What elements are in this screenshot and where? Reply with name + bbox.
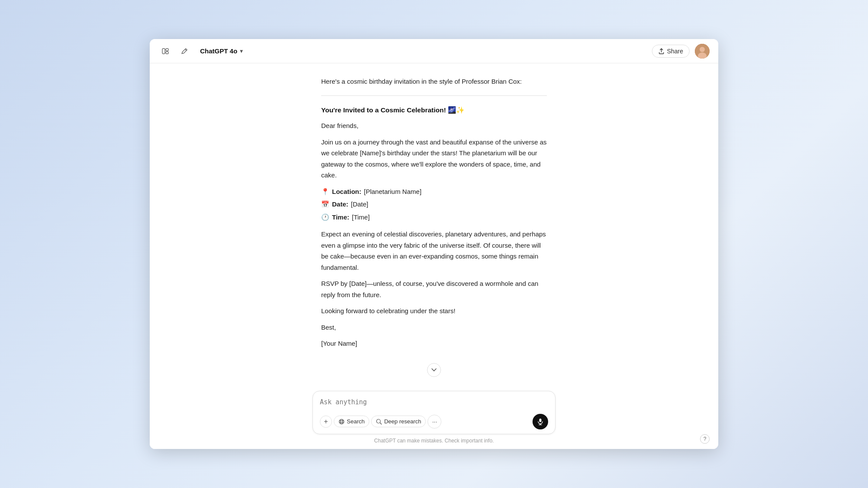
closing-line-3: [Your Name] [321, 338, 547, 349]
search-label: Search [347, 418, 365, 425]
main-content: Here's a cosmic birthday invitation in t… [150, 63, 718, 386]
share-button[interactable]: Share [652, 45, 690, 58]
model-selector-button[interactable]: ChatGPT 4o ▾ [197, 46, 246, 56]
rsvp-text: RSVP by [Date]—unless, of course, you've… [321, 278, 547, 300]
model-name: ChatGPT 4o [200, 47, 237, 55]
chat-input[interactable] [320, 397, 548, 408]
clock-icon: 🕐 [321, 212, 329, 223]
closing-line-1: Looking forward to celebrating under the… [321, 305, 547, 317]
deep-research-button[interactable]: Deep research [371, 416, 426, 427]
date-value: [Date] [351, 199, 368, 210]
sidebar-toggle-button[interactable] [158, 44, 172, 58]
svg-rect-12 [539, 419, 542, 422]
toolbar: ChatGPT 4o ▾ Share [150, 39, 718, 63]
location-label: Location: [332, 186, 362, 197]
closing-line-2: Best, [321, 322, 547, 333]
time-label: Time: [332, 212, 349, 223]
time-line: 🕐 Time: [Time] [321, 212, 547, 223]
toolbar-right: Share [652, 44, 710, 59]
ellipsis-icon: ··· [432, 418, 437, 425]
svg-point-7 [341, 419, 343, 424]
invitation-body: Dear friends, Join us on a journey throu… [321, 120, 547, 349]
input-actions: + Search Deep research [320, 414, 548, 429]
date-label: Date: [332, 199, 349, 210]
deep-research-label: Deep research [384, 418, 421, 425]
search-button[interactable]: Search [334, 416, 369, 427]
message-container: Here's a cosmic birthday invitation in t… [312, 76, 556, 377]
attach-button[interactable]: + [320, 416, 332, 428]
svg-line-11 [380, 422, 382, 424]
avatar[interactable] [695, 44, 710, 59]
section-divider [321, 95, 547, 96]
svg-rect-0 [162, 49, 165, 54]
location-pin-icon: 📍 [321, 186, 329, 197]
invitation-title: You're Invited to a Cosmic Celebration! … [321, 106, 547, 114]
body-paragraph-2: Expect an evening of celestial discoveri… [321, 229, 547, 273]
share-label: Share [667, 48, 683, 55]
disclaimer-text: ChatGPT can make mistakes. Check importa… [374, 438, 494, 445]
svg-point-6 [339, 419, 344, 424]
input-area: + Search Deep research [150, 386, 718, 449]
body-paragraph-1: Join us on a journey through the vast an… [321, 137, 547, 181]
details-block: 📍 Location: [Planetarium Name] 📅 Date: [… [321, 186, 547, 223]
date-line: 📅 Date: [Date] [321, 199, 547, 210]
research-icon [376, 419, 382, 425]
calendar-icon: 📅 [321, 199, 329, 210]
mic-icon [537, 418, 544, 425]
greeting: Dear friends, [321, 120, 547, 131]
voice-input-button[interactable] [533, 414, 548, 429]
location-line: 📍 Location: [Planetarium Name] [321, 186, 547, 197]
intro-text: Here's a cosmic birthday invitation in t… [321, 76, 547, 87]
globe-icon [339, 419, 345, 425]
new-chat-button[interactable] [178, 44, 191, 58]
svg-point-4 [700, 47, 705, 52]
help-button[interactable]: ? [700, 434, 710, 444]
chevron-down-icon: ▾ [240, 48, 243, 54]
scroll-down-button[interactable] [427, 363, 441, 377]
toolbar-left: ChatGPT 4o ▾ [158, 44, 246, 58]
location-value: [Planetarium Name] [364, 186, 422, 197]
svg-rect-1 [166, 49, 168, 51]
more-options-button[interactable]: ··· [427, 415, 441, 429]
time-value: [Time] [352, 212, 370, 223]
input-box: + Search Deep research [312, 391, 556, 434]
svg-rect-2 [166, 52, 168, 54]
